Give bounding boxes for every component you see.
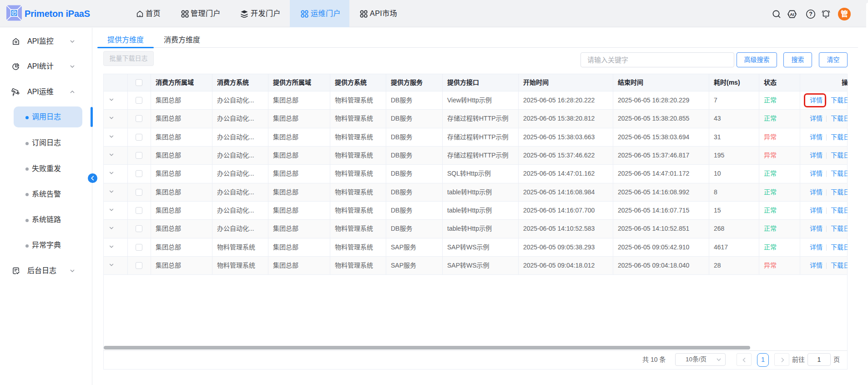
svg-text:?: ? [809, 11, 812, 17]
svg-text:AI: AI [790, 12, 794, 17]
svg-text:P: P [13, 11, 15, 15]
